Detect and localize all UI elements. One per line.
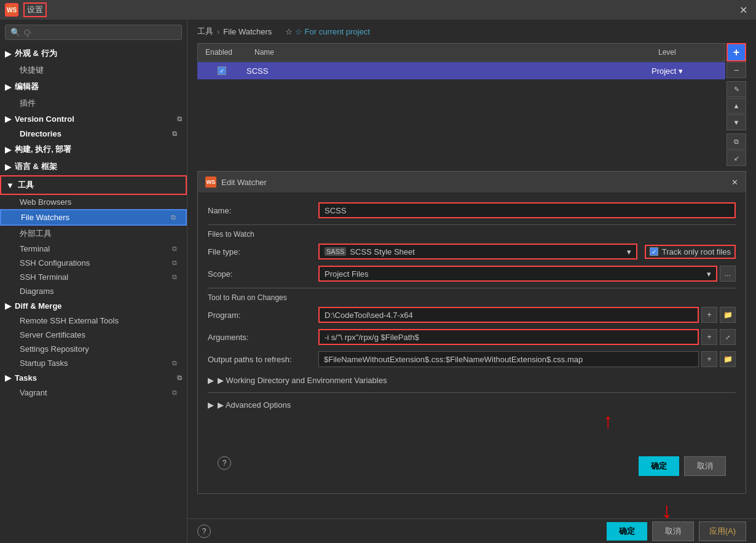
program-browse-button[interactable]: 📁 bbox=[720, 307, 736, 323]
sidebar-item-ssh-config[interactable]: SSH Configurations ⧉ bbox=[0, 256, 187, 270]
table-row[interactable]: ✓ SCSS Project ▾ bbox=[197, 62, 725, 79]
help-button[interactable]: ? bbox=[218, 456, 231, 470]
sidebar-item-web-browsers[interactable]: Web Browsers bbox=[0, 195, 187, 209]
sidebar-item-editor[interactable]: ▶ 编辑器 bbox=[0, 78, 187, 95]
program-add-button[interactable]: + bbox=[701, 307, 717, 323]
sidebar-item-plugins[interactable]: 插件 bbox=[0, 95, 187, 111]
close-window-button[interactable]: ✕ bbox=[736, 4, 751, 16]
file-type-select[interactable]: SASS SCSS Style Sheet ▾ bbox=[318, 244, 637, 260]
move-down-button[interactable]: ▼ bbox=[726, 114, 746, 130]
advanced-options-section[interactable]: ▶ ▶ Advanced Options bbox=[208, 398, 736, 412]
arguments-input-wrap: + ⤢ bbox=[318, 329, 736, 345]
bottom-cancel-button[interactable]: 取消 bbox=[652, 521, 694, 541]
sidebar-label-ssh-terminal: SSH Terminal bbox=[20, 272, 168, 282]
row-scss-name: SCSS bbox=[246, 66, 652, 76]
dialog-ok-button[interactable]: 确定 bbox=[639, 456, 679, 476]
bottom-apply-button[interactable]: 应用(A) bbox=[699, 521, 746, 541]
breadcrumb-for-project: ☆ For current project bbox=[295, 27, 370, 36]
program-input-wrap: + 📁 bbox=[318, 307, 736, 323]
scope-dropdown-arrow: ▾ bbox=[707, 269, 711, 279]
sidebar-item-diff-merge[interactable]: ▶ Diff & Merge bbox=[0, 298, 187, 314]
scope-row: Scope: Project Files ▾ ... bbox=[208, 266, 736, 282]
sidebar-item-build[interactable]: ▶ 构建, 执行, 部署 bbox=[0, 141, 187, 158]
file-type-label: File type: bbox=[208, 247, 318, 256]
import-button[interactable]: ↙ bbox=[726, 150, 746, 166]
sidebar-item-terminal[interactable]: Terminal ⧉ bbox=[0, 242, 187, 256]
arguments-label: Arguments: bbox=[208, 333, 318, 342]
sidebar-item-tools[interactable]: ▼ 工具 bbox=[0, 175, 187, 195]
settings-window: WS 设置 ✕ 🔍 ▶ 外观 & 行为 快捷键 ▶ 编辑器 插 bbox=[0, 0, 756, 543]
bottom-ok-button[interactable]: 确定 bbox=[607, 522, 647, 541]
dialog-cancel-button[interactable]: 取消 bbox=[684, 456, 726, 476]
advanced-options-divider bbox=[208, 392, 736, 398]
app-logo: WS bbox=[5, 3, 18, 17]
checkbox-enabled[interactable]: ✓ bbox=[218, 66, 226, 75]
sidebar-item-startup-tasks[interactable]: Startup Tasks ⧉ bbox=[0, 356, 187, 370]
sidebar-item-directories[interactable]: Directories ⧉ bbox=[0, 127, 187, 141]
sidebar-item-remote-ssh[interactable]: Remote SSH External Tools bbox=[0, 314, 187, 328]
sidebar-label-tasks: Tasks bbox=[15, 373, 173, 382]
edit-watcher-button[interactable]: ✎ bbox=[726, 81, 746, 97]
program-input[interactable] bbox=[318, 307, 699, 323]
output-paths-input[interactable] bbox=[318, 351, 699, 367]
edit-watcher-title: WS Edit Watcher bbox=[205, 176, 267, 188]
output-add-button[interactable]: + bbox=[701, 351, 717, 367]
sidebar-item-ssh-terminal[interactable]: SSH Terminal ⧉ bbox=[0, 270, 187, 284]
sidebar-item-vagrant[interactable]: Vagrant ⧉ bbox=[0, 386, 187, 400]
bottom-help-button[interactable]: ? bbox=[197, 525, 211, 538]
arguments-add-button[interactable]: + bbox=[701, 329, 717, 345]
move-up-button[interactable]: ▲ bbox=[726, 98, 746, 114]
row-checkbox[interactable]: ✓ bbox=[197, 66, 246, 75]
sidebar-label-server-certs: Server Certificates bbox=[20, 330, 85, 339]
arguments-input[interactable] bbox=[318, 329, 699, 345]
name-input[interactable] bbox=[318, 202, 736, 218]
track-only-checkbox[interactable]: ✓ bbox=[650, 247, 658, 256]
sidebar-item-external-tools[interactable]: 外部工具 bbox=[0, 226, 187, 242]
content-area: Enabled Name Level ✓ SCSS Project bbox=[187, 43, 756, 518]
sidebar-label-build: 构建, 执行, 部署 bbox=[15, 144, 71, 155]
search-box[interactable]: 🔍 bbox=[5, 25, 182, 40]
copy-icon: ⧉ bbox=[177, 374, 182, 382]
working-dir-section[interactable]: ▶ ▶ Working Directory and Environment Va… bbox=[208, 373, 736, 387]
advanced-arrow: ▶ bbox=[208, 400, 214, 410]
expand-arrow: ▶ bbox=[5, 82, 11, 92]
sidebar-item-diagrams[interactable]: Diagrams bbox=[0, 284, 187, 298]
arguments-expand-button[interactable]: ⤢ bbox=[720, 329, 736, 345]
breadcrumb-sep: › bbox=[217, 27, 219, 36]
file-type-value: SCSS Style Sheet bbox=[350, 247, 415, 256]
search-input[interactable] bbox=[24, 28, 176, 37]
output-paths-row: Output paths to refresh: + 📁 bbox=[208, 351, 736, 367]
files-to-watch-section: Files to Watch File type: SASS SCSS Styl… bbox=[208, 224, 736, 282]
level-dropdown-icon[interactable]: ▾ bbox=[679, 66, 683, 76]
file-type-select-wrap: SASS SCSS Style Sheet ▾ bbox=[318, 244, 637, 260]
sidebar-item-version-control[interactable]: ▶ Version Control ⧉ bbox=[0, 111, 187, 127]
output-browse-button[interactable]: 📁 bbox=[720, 351, 736, 367]
expand-arrow: ▶ bbox=[5, 162, 11, 172]
sidebar-item-file-watchers[interactable]: File Watchers ⧉ bbox=[0, 209, 187, 226]
close-dialog-button[interactable]: ✕ bbox=[731, 178, 738, 187]
output-paths-wrap: + 📁 bbox=[318, 351, 736, 367]
sidebar-label-version-control: Version Control bbox=[15, 114, 173, 124]
bottom-left: ? bbox=[197, 525, 211, 538]
sidebar-item-shortcuts[interactable]: 快捷键 bbox=[0, 62, 187, 78]
sidebar-item-appearance[interactable]: ▶ 外观 & 行为 bbox=[0, 45, 187, 62]
sidebar-item-lang[interactable]: ▶ 语言 & 框架 bbox=[0, 158, 187, 175]
expand-arrow: ▶ bbox=[5, 301, 11, 311]
copy-watcher-button[interactable]: ⧉ bbox=[726, 133, 746, 149]
sidebar-label-file-watchers: File Watchers bbox=[21, 213, 167, 222]
sidebar-item-settings-repo[interactable]: Settings Repository bbox=[0, 342, 187, 356]
table-header: Enabled Name Level bbox=[197, 43, 725, 61]
sidebar: 🔍 ▶ 外观 & 行为 快捷键 ▶ 编辑器 插件 ▶ Version Contr… bbox=[0, 20, 187, 543]
remove-watcher-button[interactable]: − bbox=[726, 62, 746, 78]
add-watcher-button[interactable]: + bbox=[726, 43, 746, 61]
copy-icon: ⧉ bbox=[172, 273, 177, 281]
scope-more-button[interactable]: ... bbox=[720, 266, 736, 282]
right-panel: 工具 › File Watchers ☆ ☆ For current proje… bbox=[187, 20, 756, 543]
sidebar-item-server-certs[interactable]: Server Certificates bbox=[0, 328, 187, 342]
sidebar-label-settings-repo: Settings Repository bbox=[20, 344, 89, 354]
scope-select[interactable]: Project Files ▾ bbox=[318, 266, 717, 282]
sidebar-item-tasks[interactable]: ▶ Tasks ⧉ bbox=[0, 370, 187, 386]
sidebar-label-tools: 工具 bbox=[18, 180, 34, 191]
working-dir-label: ▶ Working Directory and Environment Vari… bbox=[218, 376, 387, 385]
scope-select-wrap: Project Files ▾ ... bbox=[318, 266, 736, 282]
